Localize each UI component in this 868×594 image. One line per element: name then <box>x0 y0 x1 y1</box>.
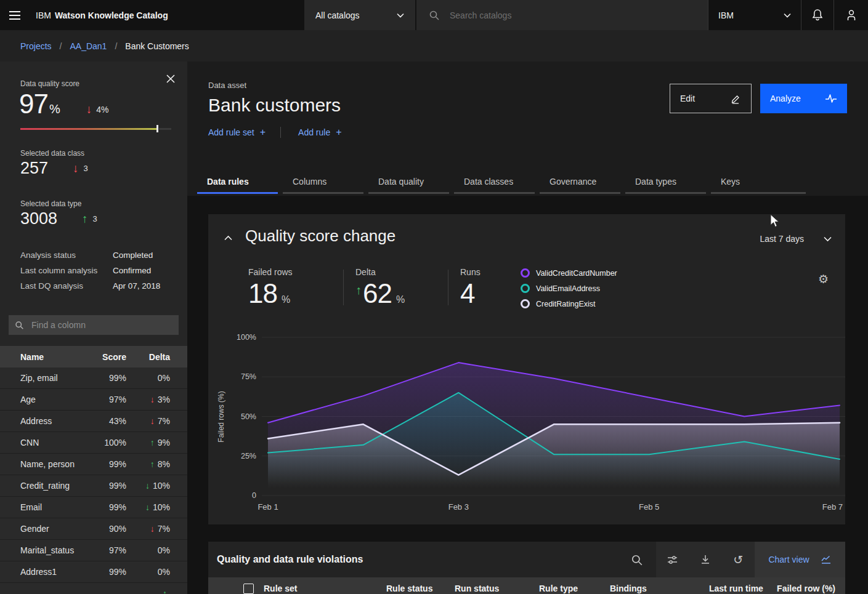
header-score: Score <box>88 352 126 362</box>
arrow-down-icon: ↓ <box>150 395 155 404</box>
hamburger-icon <box>7 8 22 23</box>
plus-icon: + <box>336 127 341 138</box>
account-selector[interactable]: IBM <box>708 0 801 30</box>
column-delta-value: 0% <box>158 567 170 577</box>
chart-view-toggle[interactable]: Chart view <box>755 542 845 577</box>
quality-score-label: Data quality score <box>20 79 79 88</box>
arrow-up-icon: ↑ <box>82 213 88 225</box>
breadcrumb-item: Bank Customers <box>125 41 189 51</box>
violations-header-bindings: Bindings <box>610 584 647 593</box>
table-row[interactable]: Marital_status97%0% <box>0 540 187 561</box>
pencil-icon <box>731 94 741 104</box>
legend-item[interactable]: ValidEmailAddress <box>521 281 617 296</box>
close-icon <box>166 74 176 84</box>
app-brand: IBM Watson Knowledge Catalog <box>36 0 168 30</box>
breadcrumb-item[interactable]: AA_Dan1 <box>70 41 107 51</box>
table-row[interactable]: Address43%↓7% <box>0 411 187 432</box>
stat-runs: Runs4 <box>460 267 481 309</box>
activity-icon <box>825 94 837 103</box>
column-delta-value: 7% <box>158 416 170 426</box>
chevron-down-icon <box>824 236 832 242</box>
stat-number: 4 <box>460 278 474 309</box>
brand-prefix: IBM <box>36 10 51 20</box>
tab-data-types[interactable]: Data types <box>625 172 706 194</box>
search-input[interactable] <box>448 10 699 21</box>
add-rule-set-link[interactable]: Add rule set + <box>208 127 266 138</box>
gear-icon[interactable]: ⚙ <box>818 273 829 285</box>
column-score: 99% <box>88 502 126 512</box>
tab-keys[interactable]: Keys <box>711 172 806 194</box>
asset-type-label: Data asset <box>208 81 246 90</box>
table-row[interactable]: Zip, email99%0% <box>0 367 187 389</box>
filter-button[interactable] <box>664 551 681 568</box>
data-type-delta-value: 3 <box>93 214 97 223</box>
column-search-input[interactable] <box>30 319 172 331</box>
column-name: CNN <box>20 438 88 448</box>
catalog-selector-label: All catalogs <box>315 10 360 20</box>
refresh-button[interactable]: ↺ <box>729 551 747 568</box>
table-row[interactable]: Credit_rating99%↓10% <box>0 475 187 497</box>
stat-value: ↑62% <box>355 278 405 309</box>
stat-delta: Delta↑62% <box>355 267 405 309</box>
y-tick-label: 50% <box>241 412 256 421</box>
table-row[interactable]: CNN100%↑9% <box>0 432 187 454</box>
table-row[interactable]: Age97%↓3% <box>0 389 187 411</box>
table-row[interactable]: Name, person99%↑8% <box>0 454 187 475</box>
table-row[interactable]: Gender90%↓7% <box>0 518 187 540</box>
column-name: Name, person <box>20 459 88 469</box>
data-class-label: Selected data class <box>20 149 84 158</box>
column-delta: ↓7% <box>126 524 170 534</box>
edit-button-label: Edit <box>680 94 695 103</box>
legend-label: ValidCreditCardNumber <box>536 269 617 278</box>
violations-title: Quality and data rule violations <box>217 554 363 565</box>
analyze-button[interactable]: Analyze <box>760 84 847 113</box>
tab-data-rules[interactable]: Data rules <box>197 172 278 194</box>
legend-item[interactable]: CreditRatingExist <box>521 296 617 311</box>
gauge-gradient-bar <box>20 128 157 130</box>
quality-score-gauge <box>20 125 171 132</box>
quality-score-delta: ↓ 4% <box>86 103 109 115</box>
tab-governance[interactable]: Governance <box>540 172 620 194</box>
time-range-selector[interactable]: Last 7 days <box>760 234 832 244</box>
column-delta-value: 0% <box>158 373 170 383</box>
select-all-checkbox[interactable] <box>243 584 254 594</box>
stat-label: Failed rows <box>248 267 293 277</box>
column-delta-value: 10% <box>153 481 170 491</box>
breadcrumb-item[interactable]: Projects <box>20 41 52 51</box>
close-panel-button[interactable] <box>166 72 179 86</box>
stat-value: 18% <box>248 278 293 309</box>
search-icon <box>15 321 24 330</box>
table-row[interactable]: ↑ <box>0 583 187 594</box>
rule-links: Add rule set + Add rule + <box>208 127 342 138</box>
analyze-button-label: Analyze <box>770 94 801 103</box>
tab-data-classes[interactable]: Data classes <box>454 172 535 194</box>
profile-button[interactable] <box>835 0 868 30</box>
table-row[interactable]: Address199%0% <box>0 561 187 583</box>
add-rule-link[interactable]: Add rule + <box>298 127 342 138</box>
notifications-button[interactable] <box>801 0 834 30</box>
x-tick-label: Feb 5 <box>639 502 659 512</box>
violations-search-button[interactable] <box>631 552 647 568</box>
download-button[interactable] <box>697 551 714 568</box>
column-score: 99% <box>88 373 126 383</box>
stat-failed-rows: Failed rows18% <box>248 267 293 309</box>
chart-legend: ValidCreditCardNumberValidEmailAddressCr… <box>521 265 617 311</box>
gauge-tail <box>159 128 171 130</box>
breadcrumb-separator: / <box>60 41 62 51</box>
violations-header-run-status: Run status <box>455 584 499 593</box>
tab-data-quality[interactable]: Data quality <box>368 172 449 194</box>
edit-button[interactable]: Edit <box>670 84 752 113</box>
columns-table-header: Name Score Delta <box>0 346 187 367</box>
x-tick-label: Feb 1 <box>258 502 278 512</box>
table-row[interactable]: Email99%↓10% <box>0 497 187 518</box>
detail-row: Analysis statusCompleted <box>20 247 174 263</box>
column-search <box>9 315 179 335</box>
collapse-card-button[interactable] <box>224 233 235 243</box>
breadcrumb-separator: / <box>115 41 117 51</box>
column-delta: ↓10% <box>126 481 170 491</box>
column-name: Zip, email <box>20 373 88 383</box>
tab-columns[interactable]: Columns <box>283 172 363 194</box>
catalog-selector[interactable]: All catalogs <box>304 0 415 30</box>
legend-item[interactable]: ValidCreditCardNumber <box>521 265 617 281</box>
hamburger-menu-button[interactable] <box>7 7 23 23</box>
